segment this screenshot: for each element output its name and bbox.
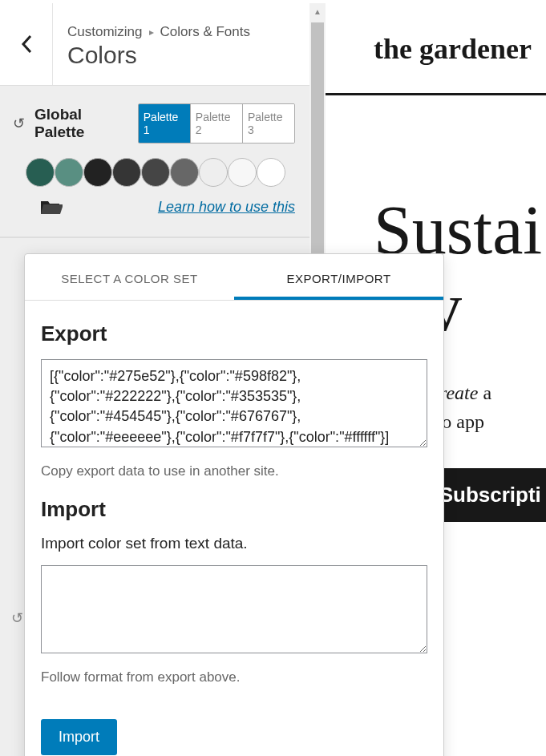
palette-tabs: Palette 1 Palette 2 Palette 3 <box>138 103 295 144</box>
site-divider <box>326 93 546 95</box>
import-heading: Import <box>41 497 427 522</box>
panel-title: Colors <box>67 42 250 69</box>
palette-swatch-2[interactable] <box>55 158 83 187</box>
palette-swatch-7[interactable] <box>199 158 228 187</box>
reset-palette-icon[interactable]: ↺ <box>13 115 25 132</box>
scrollbar-thumb[interactable] <box>311 22 324 263</box>
learn-link[interactable]: Learn how to use this <box>158 199 295 216</box>
breadcrumb: Customizing ▸ Colors & Fonts <box>67 24 250 40</box>
popup-body: Export Copy export data to use in anothe… <box>25 301 443 756</box>
export-hint: Copy export data to use in another site. <box>41 463 427 479</box>
palette-swatch-6[interactable] <box>170 158 199 187</box>
global-palette-label: Global Palette <box>34 106 131 141</box>
folder-icon[interactable] <box>40 198 63 216</box>
global-palette-header-row: ↺ Global Palette Palette 1 Palette 2 Pal… <box>13 103 295 144</box>
palette-swatch-8[interactable] <box>228 158 257 187</box>
hero-sub-1b: a <box>478 382 491 403</box>
reset-section-icon[interactable]: ↺ <box>11 609 23 627</box>
header-titles: Customizing ▸ Colors & Fonts Colors <box>53 3 265 85</box>
export-heading: Export <box>41 321 427 346</box>
export-textarea[interactable] <box>41 359 427 447</box>
breadcrumb-section: Colors & Fonts <box>160 24 250 40</box>
breadcrumb-separator-icon: ▸ <box>149 26 154 38</box>
chevron-left-icon <box>21 34 32 54</box>
import-button[interactable]: Import <box>41 719 117 755</box>
import-label: Import color set from text data. <box>41 535 427 552</box>
tab-select-color-set[interactable]: SELECT A COLOR SET <box>25 254 234 300</box>
palette-swatch-3[interactable] <box>83 158 112 187</box>
palette-swatches <box>26 158 295 187</box>
global-palette-section: ↺ Global Palette Palette 1 Palette 2 Pal… <box>0 86 309 238</box>
palette-swatch-1[interactable] <box>26 158 55 187</box>
tab-export-import[interactable]: EXPORT/IMPORT <box>234 254 443 300</box>
customizer-header: Customizing ▸ Colors & Fonts Colors <box>0 3 326 86</box>
palette-footer-row: Learn how to use this <box>40 198 295 216</box>
site-title: the gardener <box>374 32 546 66</box>
palette-swatch-5[interactable] <box>141 158 170 187</box>
popup-tabs: SELECT A COLOR SET EXPORT/IMPORT <box>25 254 443 301</box>
scrollbar-up-icon[interactable]: ▲ <box>309 3 326 19</box>
color-set-popup: SELECT A COLOR SET EXPORT/IMPORT Export … <box>24 253 444 756</box>
palette-tab-1[interactable]: Palette 1 <box>139 104 190 143</box>
back-button[interactable] <box>0 3 53 85</box>
breadcrumb-root: Customizing <box>67 24 143 40</box>
palette-swatch-4[interactable] <box>112 158 141 187</box>
palette-tab-2[interactable]: Palette 2 <box>190 104 242 143</box>
import-textarea[interactable] <box>41 565 427 653</box>
import-hint: Follow format from export above. <box>41 669 427 685</box>
palette-tab-3[interactable]: Palette 3 <box>242 104 294 143</box>
palette-swatch-9[interactable] <box>257 158 285 187</box>
